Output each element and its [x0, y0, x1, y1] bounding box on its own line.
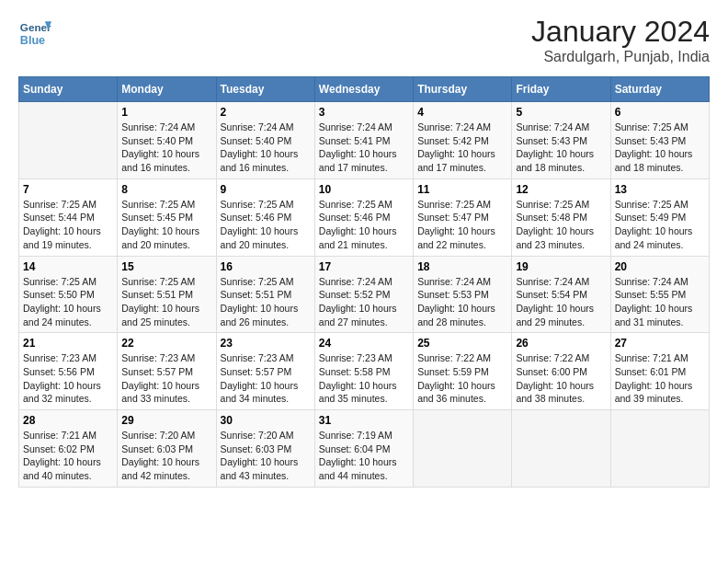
page-header: General Blue January 2024 Sardulgarh, Pu…	[18, 15, 710, 65]
cell-content: Sunrise: 7:23 AM Sunset: 5:57 PM Dayligh…	[121, 351, 211, 406]
calendar-cell: 9Sunrise: 7:25 AM Sunset: 5:46 PM Daylig…	[216, 178, 314, 256]
day-number: 16	[221, 260, 311, 273]
header-cell-saturday: Saturday	[610, 77, 709, 102]
day-number: 31	[319, 414, 409, 427]
header-cell-sunday: Sunday	[19, 77, 118, 102]
cell-content: Sunrise: 7:21 AM Sunset: 6:02 PM Dayligh…	[23, 429, 113, 483]
calendar-cell: 4Sunrise: 7:24 AM Sunset: 5:42 PM Daylig…	[414, 102, 512, 179]
day-number: 29	[121, 414, 211, 427]
day-number: 13	[615, 183, 705, 196]
logo: General Blue	[18, 15, 51, 48]
cell-content: Sunrise: 7:25 AM Sunset: 5:47 PM Dayligh…	[417, 198, 507, 252]
calendar-cell: 14Sunrise: 7:25 AM Sunset: 5:50 PM Dayli…	[19, 256, 118, 333]
day-number: 3	[319, 106, 409, 119]
cell-content: Sunrise: 7:25 AM Sunset: 5:48 PM Dayligh…	[516, 198, 606, 252]
header-cell-monday: Monday	[118, 77, 216, 102]
cell-content: Sunrise: 7:23 AM Sunset: 5:57 PM Dayligh…	[221, 351, 311, 406]
cell-content: Sunrise: 7:25 AM Sunset: 5:43 PM Dayligh…	[615, 121, 705, 175]
week-row-5: 28Sunrise: 7:21 AM Sunset: 6:02 PM Dayli…	[19, 410, 710, 488]
day-number: 7	[23, 183, 113, 196]
calendar-cell: 12Sunrise: 7:25 AM Sunset: 5:48 PM Dayli…	[512, 178, 610, 256]
header-cell-friday: Friday	[512, 77, 610, 102]
calendar-cell: 16Sunrise: 7:25 AM Sunset: 5:51 PM Dayli…	[216, 256, 314, 333]
day-number: 6	[615, 106, 705, 119]
calendar-cell: 31Sunrise: 7:19 AM Sunset: 6:04 PM Dayli…	[314, 410, 413, 488]
day-number: 25	[417, 337, 507, 350]
calendar-cell: 10Sunrise: 7:25 AM Sunset: 5:46 PM Dayli…	[314, 178, 413, 256]
day-number: 9	[221, 183, 311, 196]
calendar-cell: 3Sunrise: 7:24 AM Sunset: 5:41 PM Daylig…	[314, 102, 413, 179]
calendar-cell: 21Sunrise: 7:23 AM Sunset: 5:56 PM Dayli…	[19, 333, 118, 410]
header-cell-tuesday: Tuesday	[216, 77, 314, 102]
calendar-cell: 15Sunrise: 7:25 AM Sunset: 5:51 PM Dayli…	[118, 256, 216, 333]
cell-content: Sunrise: 7:25 AM Sunset: 5:51 PM Dayligh…	[221, 275, 311, 329]
cell-content: Sunrise: 7:25 AM Sunset: 5:49 PM Dayligh…	[615, 198, 705, 252]
cell-content: Sunrise: 7:24 AM Sunset: 5:55 PM Dayligh…	[615, 275, 705, 329]
day-number: 11	[417, 183, 507, 196]
calendar-cell	[19, 102, 118, 179]
calendar-cell: 1Sunrise: 7:24 AM Sunset: 5:40 PM Daylig…	[118, 102, 216, 179]
calendar-cell: 17Sunrise: 7:24 AM Sunset: 5:52 PM Dayli…	[314, 256, 413, 333]
calendar-cell: 19Sunrise: 7:24 AM Sunset: 5:54 PM Dayli…	[512, 256, 610, 333]
logo-icon: General Blue	[18, 15, 51, 48]
calendar-cell: 24Sunrise: 7:23 AM Sunset: 5:58 PM Dayli…	[314, 333, 413, 410]
calendar-cell: 8Sunrise: 7:25 AM Sunset: 5:45 PM Daylig…	[118, 178, 216, 256]
calendar-cell: 2Sunrise: 7:24 AM Sunset: 5:40 PM Daylig…	[216, 102, 314, 179]
header-row: SundayMondayTuesdayWednesdayThursdayFrid…	[19, 77, 710, 102]
calendar-cell: 18Sunrise: 7:24 AM Sunset: 5:53 PM Dayli…	[414, 256, 512, 333]
cell-content: Sunrise: 7:19 AM Sunset: 6:04 PM Dayligh…	[319, 429, 409, 483]
cell-content: Sunrise: 7:25 AM Sunset: 5:46 PM Dayligh…	[319, 198, 409, 252]
day-number: 19	[516, 260, 606, 273]
week-row-2: 7Sunrise: 7:25 AM Sunset: 5:44 PM Daylig…	[19, 178, 710, 256]
calendar-cell: 13Sunrise: 7:25 AM Sunset: 5:49 PM Dayli…	[610, 178, 709, 256]
title-area: January 2024 Sardulgarh, Punjab, India	[531, 15, 710, 65]
page-subtitle: Sardulgarh, Punjab, India	[531, 49, 710, 65]
day-number: 18	[417, 260, 507, 273]
day-number: 24	[319, 337, 409, 350]
week-row-4: 21Sunrise: 7:23 AM Sunset: 5:56 PM Dayli…	[19, 333, 710, 410]
calendar-cell: 20Sunrise: 7:24 AM Sunset: 5:55 PM Dayli…	[610, 256, 709, 333]
cell-content: Sunrise: 7:20 AM Sunset: 6:03 PM Dayligh…	[221, 429, 311, 483]
day-number: 27	[615, 337, 705, 350]
header-cell-wednesday: Wednesday	[314, 77, 413, 102]
day-number: 15	[121, 260, 211, 273]
cell-content: Sunrise: 7:24 AM Sunset: 5:42 PM Dayligh…	[417, 121, 507, 175]
calendar-cell: 5Sunrise: 7:24 AM Sunset: 5:43 PM Daylig…	[512, 102, 610, 179]
cell-content: Sunrise: 7:21 AM Sunset: 6:01 PM Dayligh…	[615, 351, 705, 406]
cell-content: Sunrise: 7:23 AM Sunset: 5:58 PM Dayligh…	[319, 351, 409, 406]
cell-content: Sunrise: 7:25 AM Sunset: 5:45 PM Dayligh…	[121, 198, 211, 252]
cell-content: Sunrise: 7:25 AM Sunset: 5:51 PM Dayligh…	[121, 275, 211, 329]
calendar-table: SundayMondayTuesdayWednesdayThursdayFrid…	[18, 76, 710, 488]
calendar-cell: 30Sunrise: 7:20 AM Sunset: 6:03 PM Dayli…	[216, 410, 314, 488]
cell-content: Sunrise: 7:24 AM Sunset: 5:53 PM Dayligh…	[417, 275, 507, 329]
calendar-cell: 26Sunrise: 7:22 AM Sunset: 6:00 PM Dayli…	[512, 333, 610, 410]
day-number: 28	[23, 414, 113, 427]
day-number: 21	[23, 337, 113, 350]
day-number: 2	[221, 106, 311, 119]
week-row-1: 1Sunrise: 7:24 AM Sunset: 5:40 PM Daylig…	[19, 102, 710, 179]
cell-content: Sunrise: 7:24 AM Sunset: 5:43 PM Dayligh…	[516, 121, 606, 175]
day-number: 8	[121, 183, 211, 196]
calendar-cell: 23Sunrise: 7:23 AM Sunset: 5:57 PM Dayli…	[216, 333, 314, 410]
svg-text:Blue: Blue	[20, 34, 45, 47]
cell-content: Sunrise: 7:25 AM Sunset: 5:46 PM Dayligh…	[221, 198, 311, 252]
day-number: 30	[221, 414, 311, 427]
day-number: 20	[615, 260, 705, 273]
day-number: 26	[516, 337, 606, 350]
cell-content: Sunrise: 7:24 AM Sunset: 5:52 PM Dayligh…	[319, 275, 409, 329]
page-title: January 2024	[531, 15, 710, 49]
cell-content: Sunrise: 7:24 AM Sunset: 5:40 PM Dayligh…	[221, 121, 311, 175]
cell-content: Sunrise: 7:23 AM Sunset: 5:56 PM Dayligh…	[23, 351, 113, 406]
calendar-cell	[610, 410, 709, 488]
cell-content: Sunrise: 7:24 AM Sunset: 5:40 PM Dayligh…	[121, 121, 211, 175]
cell-content: Sunrise: 7:24 AM Sunset: 5:54 PM Dayligh…	[516, 275, 606, 329]
day-number: 14	[23, 260, 113, 273]
calendar-cell: 28Sunrise: 7:21 AM Sunset: 6:02 PM Dayli…	[19, 410, 118, 488]
day-number: 4	[417, 106, 507, 119]
calendar-cell: 11Sunrise: 7:25 AM Sunset: 5:47 PM Dayli…	[414, 178, 512, 256]
calendar-cell: 22Sunrise: 7:23 AM Sunset: 5:57 PM Dayli…	[118, 333, 216, 410]
calendar-cell: 6Sunrise: 7:25 AM Sunset: 5:43 PM Daylig…	[610, 102, 709, 179]
calendar-cell	[414, 410, 512, 488]
day-number: 17	[319, 260, 409, 273]
cell-content: Sunrise: 7:20 AM Sunset: 6:03 PM Dayligh…	[121, 429, 211, 483]
